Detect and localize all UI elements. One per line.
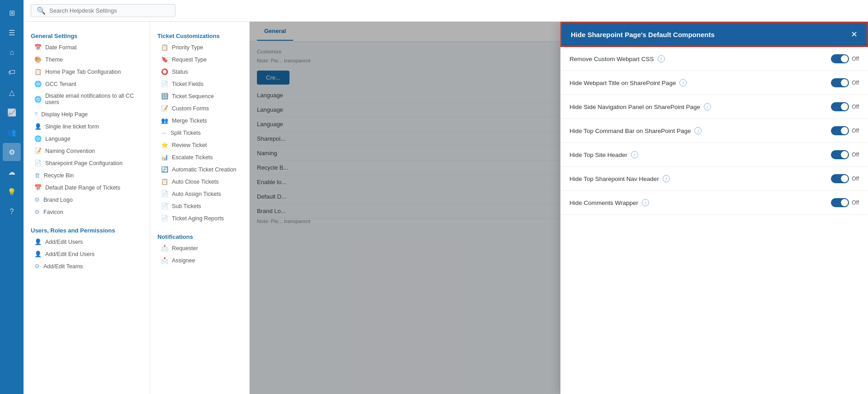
settings-item-split-tickets[interactable]: ↔ Split Tickets [150, 127, 249, 139]
settings-item-auto-ticket-creation[interactable]: 🔄 Automatic Ticket Creation [150, 163, 249, 176]
tag-icon[interactable]: 🏷 [3, 63, 21, 81]
info-icon-2[interactable]: i [704, 103, 711, 110]
settings-item-home-page-tab[interactable]: 📋 Home Page Tab Configuration [24, 66, 150, 78]
sequence-icon: 🔢 [161, 93, 168, 100]
settings-item-display-help[interactable]: ? Display Help Page [24, 108, 150, 120]
ticket-customizations-title: Ticket Customizations [150, 29, 249, 41]
toggle-switch-5: Off [831, 174, 859, 183]
settings-item-aging-reports[interactable]: 📄 Ticket Aging Reports [150, 212, 249, 224]
modal-header: Hide Sharepoint Page's Default Component… [560, 22, 868, 47]
settings-item-add-edit-end-users[interactable]: 👤 Add/Edit End Users [24, 248, 150, 260]
top-bar: 🔍 [24, 0, 868, 22]
review-icon: ⭐ [161, 142, 168, 148]
settings-item-date-range[interactable]: 📅 Default Date Range of Tickets [24, 181, 150, 194]
info-icon-4[interactable]: i [631, 151, 638, 158]
fields-icon: 📄 [161, 81, 168, 87]
cloud-icon[interactable]: ☁ [3, 163, 21, 181]
escalate-icon: 📊 [161, 154, 168, 161]
users-section-title: Users, Roles and Permissions [24, 223, 150, 236]
settings-item-add-edit-teams[interactable]: ⚙ Add/Edit Teams [24, 260, 150, 272]
info-icon-6[interactable]: i [642, 199, 649, 206]
settings-item-requester[interactable]: 📩 Requester [150, 242, 249, 254]
settings-item-custom-forms[interactable]: 📝 Custom Forms [150, 102, 249, 114]
favicon-icon: ⚙ [34, 209, 40, 215]
recycle-icon: 🗑 [34, 172, 40, 179]
settings-item-auto-assign[interactable]: 📄 Auto Assign Tickets [150, 188, 249, 200]
modal-close-button[interactable]: ✕ [851, 29, 858, 39]
toggle-track-0[interactable] [831, 54, 849, 63]
middle-panel: Ticket Customizations 📋 Priority Type 🔖 … [150, 22, 868, 394]
teams-icon: ⚙ [34, 263, 40, 270]
settings-item-auto-close[interactable]: 📋 Auto Close Tickets [150, 176, 249, 188]
toggle-value-5: Off [852, 176, 859, 182]
settings-item-review-ticket[interactable]: ⭐ Review Ticket [150, 139, 249, 151]
menu-icon[interactable]: ☰ [3, 24, 21, 42]
settings-item-ticket-sequence[interactable]: 🔢 Ticket Sequence [150, 90, 249, 102]
settings-item-ticket-fields[interactable]: 📄 Ticket Fields [150, 78, 249, 90]
toggle-track-6[interactable] [831, 198, 849, 207]
toggle-thumb-6 [841, 199, 848, 206]
help-page-icon: ? [34, 111, 38, 118]
toggle-thumb-2 [841, 103, 848, 110]
settings-item-brand-logo[interactable]: ⚙ Brand Logo [24, 194, 150, 206]
toggle-track-2[interactable] [831, 102, 849, 111]
settings-item-request-type[interactable]: 🔖 Request Type [150, 53, 249, 66]
settings-item-theme[interactable]: 🎨 Theme [24, 53, 150, 66]
toggle-value-0: Off [852, 56, 859, 62]
info-icon-5[interactable]: i [663, 175, 670, 182]
settings-item-single-line[interactable]: 👤 Single line ticket form [24, 120, 150, 133]
settings-item-sub-tickets[interactable]: 📄 Sub Tickets [150, 200, 249, 212]
toggle-row-0: Remove Custom Webpart CSS i Off [560, 47, 868, 71]
toggle-value-2: Off [852, 104, 859, 110]
theme-icon: 🎨 [34, 56, 42, 63]
settings-item-merge-tickets[interactable]: 👥 Merge Tickets [150, 114, 249, 127]
settings-item-favicon[interactable]: ⚙ Favicon [24, 206, 150, 218]
toggle-track-4[interactable] [831, 150, 849, 159]
settings-item-assignee[interactable]: 📩 Assignee [150, 254, 249, 266]
settings-item-gcc-tenant[interactable]: 🌐 GCC Tenant [24, 78, 150, 90]
settings-icon[interactable]: ⚙ [3, 143, 21, 161]
settings-item-recycle-bin[interactable]: 🗑 Recycle Bin [24, 169, 150, 181]
toggle-value-6: Off [852, 199, 859, 206]
priority-icon: 📋 [161, 44, 168, 51]
grid-icon[interactable]: ⊞ [3, 4, 21, 22]
modal-title: Hide Sharepoint Page's Default Component… [571, 31, 715, 38]
auto-create-icon: 🔄 [161, 166, 168, 173]
toggle-switch-0: Off [831, 54, 859, 63]
settings-item-sharepoint[interactable]: 📄 Sharepoint Page Configuration [24, 157, 150, 169]
globe-icon: 🌐 [34, 81, 42, 87]
help-icon[interactable]: ? [3, 203, 21, 221]
info-icon-1[interactable]: i [679, 79, 687, 86]
toggle-row-2: Hide Side Navigation Panel on SharePoint… [560, 95, 868, 119]
split-icon: ↔ [161, 129, 167, 136]
toggle-value-4: Off [852, 152, 859, 158]
settings-item-add-edit-users[interactable]: 👤 Add/Edit Users [24, 236, 150, 248]
people-icon[interactable]: 👥 [3, 123, 21, 141]
search-input[interactable] [49, 7, 170, 14]
auto-assign-icon: 📄 [161, 190, 168, 197]
settings-item-language[interactable]: 🌐 Language [24, 133, 150, 145]
home-icon[interactable]: ⌂ [3, 43, 21, 62]
info-icon-0[interactable]: i [658, 55, 665, 62]
toggle-thumb-0 [841, 55, 848, 62]
settings-item-naming[interactable]: 📝 Naming Convention [24, 145, 150, 157]
settings-item-date-format[interactable]: 📅 Date Format [24, 41, 150, 53]
home-tab-icon: 📋 [34, 68, 42, 75]
bulb-icon[interactable]: 💡 [3, 183, 21, 201]
settings-item-status[interactable]: ⭕ Status [150, 66, 249, 78]
info-icon-3[interactable]: i [694, 127, 702, 134]
toggle-switch-3: Off [831, 126, 859, 135]
modal-panel: Hide Sharepoint Page's Default Component… [560, 22, 868, 394]
settings-item-priority-type[interactable]: 📋 Priority Type [150, 41, 249, 53]
settings-item-escalate-tickets[interactable]: 📊 Escalate Tickets [150, 151, 249, 163]
toggle-label-4: Hide Top Site Header i [569, 151, 638, 158]
toggle-track-3[interactable] [831, 126, 849, 135]
chart-icon[interactable]: 📈 [3, 103, 21, 121]
settings-item-disable-email[interactable]: 🌐 Disable email notifications to all CC … [24, 90, 150, 108]
toggle-row-6: Hide Comments Wrapper i Off [560, 191, 868, 215]
toggle-track-1[interactable] [831, 78, 849, 87]
toggle-row-5: Hide Top Sharepoint Nav Header i Off [560, 167, 868, 191]
toggle-switch-4: Off [831, 150, 859, 159]
toggle-track-5[interactable] [831, 174, 849, 183]
alert-icon[interactable]: △ [3, 83, 21, 101]
